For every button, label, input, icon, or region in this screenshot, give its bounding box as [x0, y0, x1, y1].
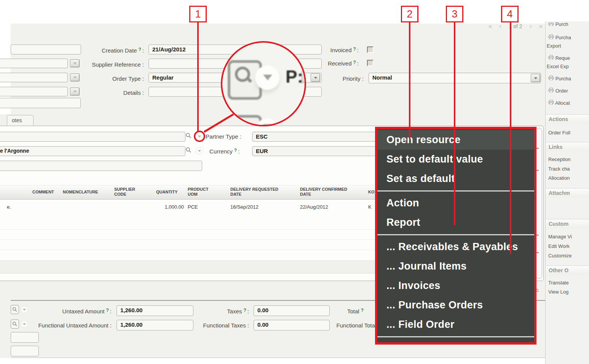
- colon: :: [142, 47, 144, 54]
- functional-untaxed-input[interactable]: 1,260.00: [117, 320, 193, 330]
- extra-field-2[interactable]: [11, 346, 39, 356]
- field-left-3[interactable]: [0, 73, 68, 82]
- column-header-comment[interactable]: COMMENT: [32, 185, 54, 199]
- sidebar-print-item-partial[interactable]: Purch: [548, 21, 568, 27]
- address-dropdown-button[interactable]: [196, 147, 203, 155]
- magnified-label: P:: [286, 66, 303, 87]
- sidebar-item-label: Allocat: [555, 100, 570, 106]
- priority-dropdown-button[interactable]: [531, 74, 540, 82]
- address-input[interactable]: e l'Argonne: [0, 146, 185, 156]
- field-left-5[interactable]: [0, 98, 81, 108]
- sidebar-item-customize[interactable]: Customize: [548, 253, 571, 259]
- column-header-delivery-confirmed[interactable]: DELIVERY CONFIRMED DATE: [300, 185, 357, 199]
- sidebar-print-request-excel-line2[interactable]: Excel Exp: [547, 64, 569, 69]
- printer-icon: [548, 55, 554, 60]
- untaxed-amount-label: Untaxed Amount?:: [30, 308, 112, 315]
- row-delivery-confirmed[interactable]: 22/Aug/2012: [300, 204, 328, 210]
- column-header-nomenclature[interactable]: NOMENCLATURE: [63, 185, 98, 199]
- scrollbar-mark: [536, 170, 539, 171]
- colon: :: [362, 75, 364, 82]
- label-text: Details: [123, 89, 141, 96]
- received-checkbox[interactable]: [367, 60, 374, 66]
- callout-line-4: [510, 22, 511, 254]
- sidebar-print-allocation[interactable]: Allocat: [548, 100, 570, 106]
- menu-item-field-order[interactable]: ... Field Order: [377, 315, 534, 334]
- sidebar-item-label: Reque: [555, 55, 570, 61]
- label-text: Priority: [343, 75, 361, 82]
- menu-item-journal-items[interactable]: ... Journal Items: [377, 257, 534, 276]
- label-text: Received: [328, 60, 352, 67]
- previous-record-button[interactable]: ‹: [500, 23, 501, 30]
- extra-field-1[interactable]: [11, 332, 39, 343]
- column-header-quantity[interactable]: QUANTITY: [156, 185, 177, 199]
- row-uom[interactable]: PCE: [188, 204, 198, 210]
- menu-item-invoices[interactable]: ... Invoices: [377, 276, 534, 295]
- label-text: Partner Type: [206, 133, 238, 140]
- field-left-4[interactable]: [0, 87, 68, 96]
- help-icon: ?: [353, 60, 356, 65]
- next-record-button[interactable]: ›: [530, 23, 532, 30]
- column-header-delivery-requested[interactable]: DELIVERY REQUESTED DATE: [230, 185, 287, 199]
- colon: :: [357, 60, 359, 67]
- label-text: Creation Date: [102, 47, 137, 54]
- label-text: Order Type: [112, 75, 141, 82]
- sidebar-item-reception[interactable]: Reception: [548, 156, 571, 162]
- tab-notes[interactable]: otes: [7, 115, 34, 126]
- partner-input[interactable]: [0, 132, 185, 142]
- partner-type-field[interactable]: ESC: [252, 132, 381, 142]
- row-delivery-requested[interactable]: 16/Sep/2012: [230, 204, 259, 210]
- chevron-down-icon: [534, 77, 537, 79]
- colon: :: [247, 322, 249, 329]
- sidebar-item-view-log[interactable]: View Log: [548, 289, 568, 295]
- row-quantity[interactable]: 1,000.00: [156, 204, 184, 210]
- callout-line-1: [197, 22, 199, 131]
- search-button[interactable]: [11, 319, 19, 329]
- sidebar-print-purchase[interactable]: Purcha: [548, 75, 571, 81]
- colon: :: [238, 148, 239, 155]
- scrollbar-mark: [536, 235, 539, 236]
- printer-icon: [548, 22, 554, 26]
- sidebar-print-request-excel[interactable]: Reque: [548, 55, 570, 61]
- context-menu: Open resource Set to default value Set a…: [375, 127, 536, 345]
- search-icon[interactable]: [185, 133, 192, 140]
- search-button[interactable]: [11, 305, 19, 314]
- sidebar-print-purchase-export[interactable]: Purcha: [548, 34, 571, 40]
- sidebar-print-purchase-export-line2[interactable]: Export: [547, 43, 561, 49]
- address-line2-input[interactable]: [0, 161, 202, 171]
- sidebar-item-allocation[interactable]: Allocation: [548, 175, 570, 181]
- column-header-supplier-code[interactable]: SUPPLIER CODE: [114, 185, 139, 199]
- sidebar-item-order-follow[interactable]: Order Foll: [548, 130, 570, 136]
- search-icon[interactable]: [185, 147, 192, 155]
- invoiced-checkbox[interactable]: [367, 46, 374, 53]
- dropdown-button[interactable]: [21, 306, 28, 313]
- dropdown-button[interactable]: [21, 320, 28, 328]
- colon: :: [110, 322, 112, 329]
- taxes-label: Taxes?:: [198, 308, 249, 315]
- sidebar-item-manage-views[interactable]: Manage Vi: [548, 234, 572, 239]
- invoiced-label: Invoiced?:: [305, 46, 359, 53]
- last-record-button[interactable]: »: [539, 23, 543, 30]
- label-text: Invoiced: [330, 47, 352, 53]
- sidebar-item-track-changes[interactable]: Track cha: [548, 166, 570, 172]
- taxes-input[interactable]: 0.00: [254, 305, 330, 316]
- colon: :: [247, 308, 249, 315]
- row-ko[interactable]: K: [368, 204, 372, 210]
- untaxed-amount-input[interactable]: 1,260.00: [117, 305, 193, 316]
- functional-taxes-input[interactable]: 0.00: [254, 320, 330, 330]
- label-text: Taxes: [227, 308, 242, 315]
- sidebar-item-edit-workflow[interactable]: Edit Work: [548, 243, 570, 249]
- currency-field[interactable]: EUR: [252, 146, 381, 156]
- help-icon: ?: [243, 308, 246, 313]
- magnifier-callout-circle: P:: [221, 41, 306, 126]
- sidebar-item-translate[interactable]: Translate: [548, 280, 569, 286]
- field-left-2[interactable]: [0, 59, 68, 68]
- menu-item-purchase-orders[interactable]: ... Purchase Orders: [377, 295, 534, 315]
- search-icon: [12, 307, 18, 312]
- sidebar-print-order[interactable]: Order: [548, 88, 568, 94]
- column-header-ko[interactable]: KO: [368, 185, 375, 199]
- column-header-product-uom[interactable]: PRODUCT UOM: [188, 185, 211, 199]
- panel-scrollbar[interactable]: [536, 128, 542, 279]
- first-record-button[interactable]: «: [488, 23, 492, 30]
- label-text: Functional Taxes: [203, 322, 246, 329]
- row-description[interactable]: e.: [7, 204, 11, 210]
